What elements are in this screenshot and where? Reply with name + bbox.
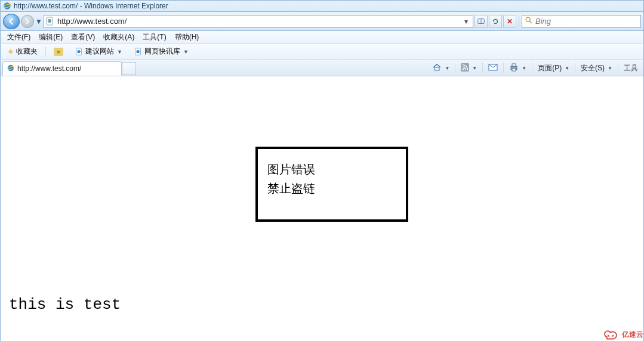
svg-rect-14	[461, 63, 469, 72]
star-icon: ★	[7, 47, 14, 56]
svg-point-6	[526, 17, 530, 21]
compat-view-button[interactable]	[474, 15, 488, 28]
menu-file[interactable]: 文件(F)	[3, 31, 35, 44]
error-text-line1: 图片错误	[267, 160, 396, 179]
svg-rect-18	[512, 64, 516, 66]
address-input[interactable]	[57, 17, 461, 26]
separator	[482, 63, 483, 73]
suggested-sites-label: 建议网站	[85, 46, 114, 57]
print-button[interactable]: ▼	[506, 61, 529, 75]
window-title: http://www.test.com/ - Windows Internet …	[14, 2, 168, 10]
watermark-text: 亿速云	[622, 330, 643, 340]
ie-icon	[3, 2, 11, 10]
svg-point-15	[463, 68, 464, 70]
search-icon	[525, 16, 533, 26]
chevron-down-icon: ▼	[522, 66, 526, 71]
rss-icon	[461, 63, 469, 73]
search-box[interactable]	[522, 15, 641, 28]
mail-icon	[488, 63, 498, 73]
back-button[interactable]	[3, 14, 20, 29]
svg-point-20	[608, 335, 609, 337]
ie-icon	[7, 64, 15, 74]
web-slice-gallery-label: 网页快讯库	[144, 46, 180, 57]
separator	[532, 63, 532, 73]
address-bar[interactable]: ▾	[44, 15, 473, 28]
address-dropdown[interactable]: ▾	[461, 17, 472, 26]
chevron-down-icon: ▼	[608, 66, 612, 71]
watermark: 亿速云	[602, 328, 643, 341]
separator	[503, 63, 504, 73]
command-bar: ▼ ▼ ▼ 页面(P) ▼ 安全(S) ▼ 工具	[429, 61, 643, 76]
watermark-logo-icon	[602, 328, 620, 341]
error-text-line2: 禁止盗链	[267, 179, 396, 198]
tab-title: http://www.test.com/	[17, 64, 81, 73]
home-icon	[432, 63, 442, 74]
svg-rect-19	[512, 69, 516, 71]
page-body-text: this is test	[9, 296, 121, 314]
page-icon	[134, 48, 143, 56]
page-content: 图片错误 禁止盗链 this is test 亿速云	[0, 76, 644, 341]
menu-help[interactable]: 帮助(H)	[171, 31, 204, 44]
favorites-button[interactable]: ★ 收藏夹	[3, 45, 42, 58]
window-titlebar: http://www.test.com/ - Windows Internet …	[0, 0, 644, 12]
menu-favorites[interactable]: 收藏夹(A)	[99, 31, 138, 44]
svg-point-10	[136, 49, 139, 52]
page-menu-label: 页面(P)	[538, 63, 562, 73]
menu-edit[interactable]: 编辑(E)	[35, 31, 67, 44]
svg-rect-13	[435, 67, 439, 70]
tools-menu-label: 工具	[624, 63, 638, 73]
separator	[519, 16, 519, 27]
separator	[455, 63, 455, 73]
svg-point-8	[78, 49, 81, 52]
home-button[interactable]: ▼	[429, 61, 452, 75]
favorites-label: 收藏夹	[16, 46, 38, 57]
stop-button[interactable]: ✕	[503, 15, 516, 28]
feeds-button[interactable]: ▼	[458, 61, 480, 75]
web-slice-gallery-link[interactable]: 网页快讯库 ▼	[130, 45, 193, 58]
printer-icon	[509, 63, 519, 74]
safety-menu-label: 安全(S)	[581, 63, 605, 73]
separator	[618, 63, 618, 73]
nav-row: ▼ ▾ ✕	[0, 12, 644, 31]
page-icon	[75, 48, 84, 56]
recent-pages-dropdown[interactable]: ▼	[35, 17, 42, 26]
refresh-button[interactable]	[489, 15, 502, 28]
forward-button[interactable]	[21, 15, 34, 28]
svg-point-21	[612, 335, 614, 337]
blocked-image-placeholder: 图片错误 禁止盗链	[255, 147, 408, 222]
chevron-down-icon: ▼	[472, 66, 477, 71]
chevron-down-icon: ▼	[117, 49, 122, 55]
page-icon	[45, 17, 55, 26]
page-menu-button[interactable]: 页面(P) ▼	[535, 61, 572, 75]
menu-view[interactable]: 查看(V)	[67, 31, 99, 44]
new-tab-button[interactable]	[122, 62, 136, 75]
close-icon: ✕	[507, 17, 513, 26]
menu-tools[interactable]: 工具(T)	[138, 31, 170, 44]
star-strip-icon: ★	[54, 48, 63, 56]
chevron-down-icon: ▼	[565, 66, 569, 71]
tab-active[interactable]: http://www.test.com/	[2, 61, 122, 76]
separator	[575, 63, 575, 73]
separator	[45, 46, 46, 57]
read-mail-button[interactable]	[485, 61, 501, 75]
suggested-sites-link[interactable]: 建议网站 ▼	[71, 45, 127, 58]
add-to-favorites-bar-button[interactable]: ★	[50, 46, 67, 58]
tools-menu-button[interactable]: 工具	[621, 61, 641, 75]
chevron-down-icon: ▼	[183, 49, 189, 55]
menu-bar: 文件(F) 编辑(E) 查看(V) 收藏夹(A) 工具(T) 帮助(H)	[0, 31, 644, 44]
safety-menu-button[interactable]: 安全(S) ▼	[578, 61, 615, 75]
search-input[interactable]	[535, 17, 638, 26]
tab-row: http://www.test.com/ ▼ ▼ ▼ 页面(P) ▼ 安全(S)	[0, 60, 644, 76]
favorites-bar: ★ 收藏夹 ★ 建议网站 ▼ 网页快讯库 ▼	[0, 44, 644, 60]
chevron-down-icon: ▼	[445, 66, 449, 71]
